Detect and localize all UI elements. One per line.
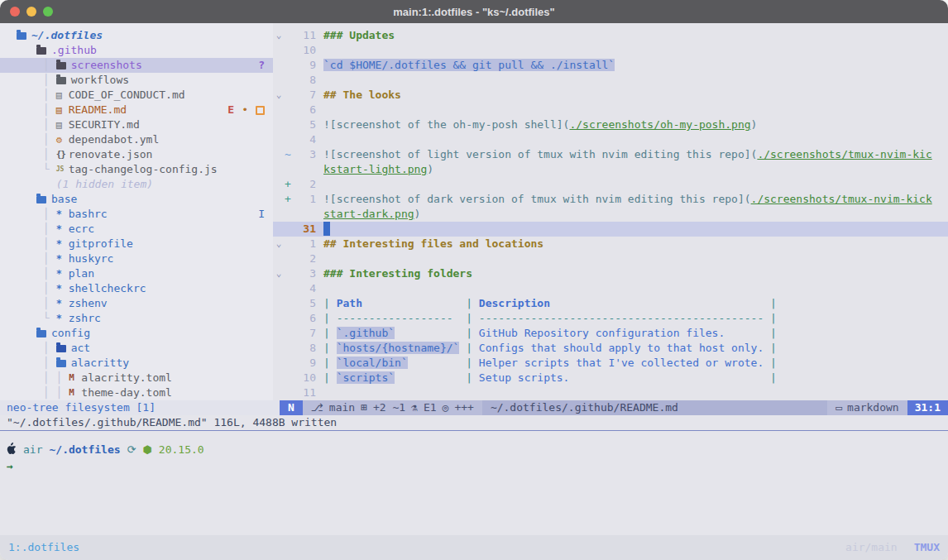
apple-icon	[7, 443, 17, 458]
tree-guide: │	[43, 296, 56, 311]
tree-item[interactable]: └ *zshrc	[0, 311, 273, 326]
tree-item[interactable]: │ *zshenv	[0, 296, 273, 311]
tree-item-label: CODE_OF_CONDUCT.md	[69, 88, 185, 103]
shell-pane[interactable]: air ~/.dotfiles ⟳ ⬢ 20.15.0 →	[0, 430, 948, 535]
fold-marker[interactable]: ⌄	[273, 88, 285, 103]
editor-line[interactable]: 9`cd $HOME/.dotfiles && git pull && ./in…	[273, 58, 948, 73]
fold-marker	[273, 73, 285, 88]
neo-tree-panel[interactable]: ~/.dotfiles.github│ screenshots?│ workfl…	[0, 23, 273, 400]
tree-item[interactable]: base	[0, 192, 273, 207]
tree-item-label: zshenv	[69, 296, 108, 311]
editor-line[interactable]: ⌄7## The looks	[273, 88, 948, 103]
editor-line[interactable]: 7| `.github` | GitHub Repository configu…	[273, 326, 948, 341]
fold-marker[interactable]: ⌄	[273, 28, 285, 43]
node-icon: ⬢	[142, 443, 151, 457]
tree-item[interactable]: │ *gitprofile	[0, 237, 273, 251]
gutter-sign	[285, 207, 294, 222]
fold-marker	[273, 341, 285, 356]
tree-guide: │	[43, 147, 56, 162]
editor-line[interactable]: 6| ------------------ | ----------------…	[273, 311, 948, 326]
fold-marker[interactable]: ⌄	[273, 266, 285, 281]
vim-message-line: "~/.dotfiles/.github/README.md" 116L, 44…	[0, 415, 948, 430]
folder-icon	[56, 62, 66, 69]
fold-marker	[273, 192, 285, 207]
line-number: 5	[294, 117, 316, 132]
editor-line[interactable]: 31	[273, 222, 948, 237]
fold-marker	[273, 311, 285, 326]
close-button[interactable]	[10, 7, 20, 17]
gutter-sign	[285, 326, 294, 341]
tree-item[interactable]: │ {}renovate.json	[0, 147, 273, 162]
editor-line[interactable]: start-dark.png)	[273, 207, 948, 222]
editor-line[interactable]: 10| `scripts` | Setup scripts. |	[273, 371, 948, 385]
editor-line[interactable]: ⌄1## Interesting files and locations	[273, 237, 948, 251]
tree-item[interactable]: ~/.dotfiles	[0, 28, 273, 43]
tree-item[interactable]: │ ▤README.mdE•	[0, 103, 273, 117]
tree-item[interactable]: │ *shellcheckrc	[0, 281, 273, 296]
gutter-sign	[285, 237, 294, 251]
tmux-window-name[interactable]: 1:.dotfiles	[8, 540, 79, 555]
tree-item[interactable]: │ ▤CODE_OF_CONDUCT.md	[0, 88, 273, 103]
fold-marker	[273, 117, 285, 132]
editor-line[interactable]: 4	[273, 281, 948, 296]
line-number: 10	[294, 43, 316, 58]
cursor-position: 31:1	[907, 400, 948, 415]
line-number: 3	[294, 147, 316, 162]
tree-item[interactable]: .github	[0, 43, 273, 58]
minimize-button[interactable]	[26, 7, 36, 17]
editor-line[interactable]: 10	[273, 43, 948, 58]
editor-line[interactable]: ~3![screenshot of light version of tmux …	[273, 147, 948, 162]
editor-line[interactable]: 9| `local/bin` | Helper scripts that I'v…	[273, 356, 948, 371]
md-icon: ▤	[56, 88, 69, 103]
editor-line[interactable]: 5| Path | Description |	[273, 296, 948, 311]
editor-line[interactable]: 11	[273, 385, 948, 400]
tree-item-label: README.md	[69, 103, 127, 117]
tree-item[interactable]: config	[0, 326, 273, 341]
editor-line[interactable]: kstart-light.png)	[273, 162, 948, 177]
tree-item[interactable]: │ *plan	[0, 266, 273, 281]
tree-item[interactable]: │ screenshots?	[0, 58, 273, 73]
tree-item[interactable]: │ *ecrc	[0, 222, 273, 237]
tree-item[interactable]: │ workflows	[0, 73, 273, 88]
editor-line[interactable]: 8	[273, 73, 948, 88]
prompt-arrow[interactable]: →	[7, 459, 948, 474]
line-text: | `local/bin` | Helper scripts that I've…	[323, 356, 777, 371]
tree-item[interactable]: │ alacritty	[0, 356, 273, 371]
tree-item[interactable]: │ │ Mtheme-day.toml	[0, 385, 273, 400]
editor-line[interactable]: 2	[273, 251, 948, 266]
editor-line[interactable]: 6	[273, 103, 948, 117]
editor-pane[interactable]: ⌄11### Updates109`cd $HOME/.dotfiles && …	[273, 23, 948, 400]
editor-line[interactable]: 4	[273, 132, 948, 147]
fold-marker	[273, 222, 285, 237]
editor-line[interactable]: +1![screenshot of dark version of tmux w…	[273, 192, 948, 207]
tree-item-label: shellcheckrc	[69, 281, 146, 296]
tree-item-label: theme-day.toml	[81, 385, 172, 400]
gutter-sign	[285, 162, 294, 177]
toml-icon: M	[69, 371, 81, 385]
star-icon: *	[56, 251, 69, 266]
tree-item[interactable]: │ ⚙dependabot.yml	[0, 132, 273, 147]
tree-item[interactable]: (1 hidden item)	[0, 177, 273, 192]
editor-line[interactable]: ⌄3### Interesting folders	[273, 266, 948, 281]
tree-item[interactable]: │ *huskyrc	[0, 251, 273, 266]
tree-item[interactable]: │ act	[0, 341, 273, 356]
fold-marker[interactable]: ⌄	[273, 237, 285, 251]
tree-item[interactable]: │ *bashrcI	[0, 207, 273, 222]
tree-item[interactable]: └ JStag-changelog-config.js	[0, 162, 273, 177]
tree-item-label: act	[71, 341, 90, 356]
editor-line[interactable]: 5![screenshot of the oh-my-posh shell](.…	[273, 117, 948, 132]
tree-item[interactable]: │ ▤SECURITY.md	[0, 117, 273, 132]
editor-line[interactable]: +2	[273, 177, 948, 192]
gutter-sign	[285, 251, 294, 266]
tree-guide: │	[43, 73, 56, 88]
tree-item-label: .github	[51, 43, 97, 58]
neotree-winbar: neo-tree filesystem [1]	[0, 400, 280, 415]
gutter-sign	[285, 43, 294, 58]
titlebar[interactable]: main:1:.dotfiles - "ks~/.dotfiles"	[0, 0, 948, 23]
git-branch-icon: ⎇	[311, 400, 323, 415]
gutter-sign: +	[285, 192, 294, 207]
editor-line[interactable]: 8| `hosts/{hostname}/` | Configs that sh…	[273, 341, 948, 356]
zoom-button[interactable]	[43, 7, 53, 17]
editor-line[interactable]: ⌄11### Updates	[273, 28, 948, 43]
tree-item[interactable]: │ │ Malacritty.toml	[0, 371, 273, 385]
